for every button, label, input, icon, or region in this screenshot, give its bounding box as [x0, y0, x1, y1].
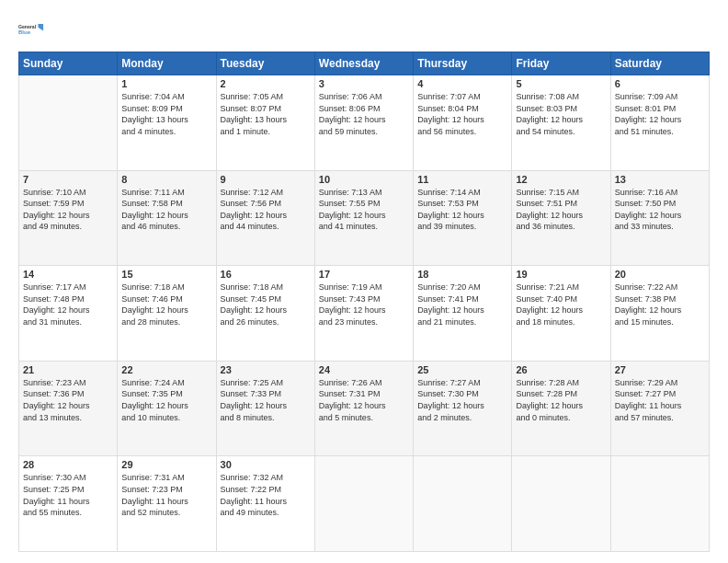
calendar-cell: 5Sunrise: 7:08 AM Sunset: 8:03 PM Daylig…: [512, 75, 610, 171]
calendar-cell: [414, 456, 512, 552]
day-info: Sunrise: 7:25 AM Sunset: 7:33 PM Dayligh…: [221, 377, 311, 423]
day-number: 22: [121, 364, 211, 375]
day-number: 21: [23, 364, 113, 375]
calendar-cell: [610, 456, 709, 552]
day-number: 29: [121, 459, 211, 470]
calendar-cell: [19, 75, 118, 171]
calendar-cell: 20Sunrise: 7:22 AM Sunset: 7:38 PM Dayli…: [610, 266, 709, 362]
calendar-cell: 6Sunrise: 7:09 AM Sunset: 8:01 PM Daylig…: [610, 75, 709, 171]
day-number: 8: [121, 174, 211, 185]
day-info: Sunrise: 7:13 AM Sunset: 7:55 PM Dayligh…: [319, 187, 409, 233]
logo-icon: GeneralBlue: [18, 17, 44, 42]
calendar-cell: 28Sunrise: 7:30 AM Sunset: 7:25 PM Dayli…: [19, 456, 118, 552]
day-number: 12: [516, 174, 606, 185]
week-row-3: 14Sunrise: 7:17 AM Sunset: 7:48 PM Dayli…: [19, 266, 710, 362]
day-number: 23: [221, 364, 311, 375]
weekday-header-monday: Monday: [118, 52, 216, 75]
day-info: Sunrise: 7:10 AM Sunset: 7:59 PM Dayligh…: [23, 187, 113, 233]
day-number: 5: [516, 78, 606, 89]
logo: GeneralBlue: [18, 17, 44, 42]
calendar-cell: 9Sunrise: 7:12 AM Sunset: 7:56 PM Daylig…: [216, 170, 314, 266]
day-info: Sunrise: 7:20 AM Sunset: 7:41 PM Dayligh…: [417, 282, 507, 327]
day-number: 4: [417, 78, 507, 89]
day-number: 25: [417, 364, 507, 375]
svg-marker-2: [38, 24, 43, 30]
day-number: 7: [23, 174, 113, 185]
weekday-header-saturday: Saturday: [610, 52, 709, 75]
day-info: Sunrise: 7:28 AM Sunset: 7:28 PM Dayligh…: [516, 377, 606, 423]
day-info: Sunrise: 7:12 AM Sunset: 7:56 PM Dayligh…: [221, 187, 311, 233]
day-number: 3: [319, 78, 409, 89]
calendar-cell: 29Sunrise: 7:31 AM Sunset: 7:23 PM Dayli…: [118, 456, 216, 552]
weekday-header-thursday: Thursday: [414, 52, 512, 75]
day-number: 16: [221, 269, 311, 280]
day-info: Sunrise: 7:19 AM Sunset: 7:43 PM Dayligh…: [319, 282, 409, 327]
calendar-cell: [512, 456, 610, 552]
day-number: 9: [221, 174, 311, 185]
day-info: Sunrise: 7:18 AM Sunset: 7:46 PM Dayligh…: [121, 282, 211, 327]
weekday-header-row: SundayMondayTuesdayWednesdayThursdayFrid…: [19, 52, 710, 75]
day-info: Sunrise: 7:11 AM Sunset: 7:58 PM Dayligh…: [121, 187, 211, 233]
calendar-cell: 26Sunrise: 7:28 AM Sunset: 7:28 PM Dayli…: [512, 361, 610, 456]
day-info: Sunrise: 7:09 AM Sunset: 8:01 PM Dayligh…: [615, 91, 705, 137]
day-number: 6: [615, 78, 705, 89]
day-number: 10: [319, 174, 409, 185]
calendar-cell: 13Sunrise: 7:16 AM Sunset: 7:50 PM Dayli…: [610, 170, 709, 266]
calendar-cell: 2Sunrise: 7:05 AM Sunset: 8:07 PM Daylig…: [216, 75, 314, 171]
calendar-cell: 11Sunrise: 7:14 AM Sunset: 7:53 PM Dayli…: [414, 170, 512, 266]
day-number: 18: [417, 269, 507, 280]
day-number: 11: [417, 174, 507, 185]
week-row-4: 21Sunrise: 7:23 AM Sunset: 7:36 PM Dayli…: [19, 361, 710, 456]
day-info: Sunrise: 7:24 AM Sunset: 7:35 PM Dayligh…: [121, 377, 211, 423]
day-info: Sunrise: 7:27 AM Sunset: 7:30 PM Dayligh…: [417, 377, 507, 423]
calendar-cell: 24Sunrise: 7:26 AM Sunset: 7:31 PM Dayli…: [314, 361, 413, 456]
calendar-cell: 16Sunrise: 7:18 AM Sunset: 7:45 PM Dayli…: [216, 266, 314, 362]
svg-text:Blue: Blue: [18, 29, 31, 35]
day-info: Sunrise: 7:04 AM Sunset: 8:09 PM Dayligh…: [121, 91, 211, 137]
week-row-5: 28Sunrise: 7:30 AM Sunset: 7:25 PM Dayli…: [19, 456, 710, 552]
calendar-cell: 12Sunrise: 7:15 AM Sunset: 7:51 PM Dayli…: [512, 170, 610, 266]
weekday-header-sunday: Sunday: [19, 52, 118, 75]
day-info: Sunrise: 7:31 AM Sunset: 7:23 PM Dayligh…: [121, 472, 211, 518]
day-number: 17: [319, 269, 409, 280]
calendar-cell: 7Sunrise: 7:10 AM Sunset: 7:59 PM Daylig…: [19, 170, 118, 266]
calendar-cell: 4Sunrise: 7:07 AM Sunset: 8:04 PM Daylig…: [414, 75, 512, 171]
calendar-cell: 27Sunrise: 7:29 AM Sunset: 7:27 PM Dayli…: [610, 361, 709, 456]
day-number: 30: [221, 459, 311, 470]
calendar-cell: 19Sunrise: 7:21 AM Sunset: 7:40 PM Dayli…: [512, 266, 610, 362]
day-number: 2: [221, 78, 311, 89]
calendar-cell: 1Sunrise: 7:04 AM Sunset: 8:09 PM Daylig…: [118, 75, 216, 171]
week-row-1: 1Sunrise: 7:04 AM Sunset: 8:09 PM Daylig…: [19, 75, 710, 171]
svg-text:General: General: [18, 24, 37, 29]
calendar-cell: [314, 456, 413, 552]
calendar-cell: 10Sunrise: 7:13 AM Sunset: 7:55 PM Dayli…: [314, 170, 413, 266]
day-info: Sunrise: 7:17 AM Sunset: 7:48 PM Dayligh…: [23, 282, 113, 327]
calendar-cell: 8Sunrise: 7:11 AM Sunset: 7:58 PM Daylig…: [118, 170, 216, 266]
week-row-2: 7Sunrise: 7:10 AM Sunset: 7:59 PM Daylig…: [19, 170, 710, 266]
day-number: 26: [516, 364, 606, 375]
day-info: Sunrise: 7:32 AM Sunset: 7:22 PM Dayligh…: [221, 472, 311, 518]
day-info: Sunrise: 7:07 AM Sunset: 8:04 PM Dayligh…: [417, 91, 507, 137]
calendar-cell: 18Sunrise: 7:20 AM Sunset: 7:41 PM Dayli…: [414, 266, 512, 362]
day-number: 13: [615, 174, 705, 185]
day-info: Sunrise: 7:26 AM Sunset: 7:31 PM Dayligh…: [319, 377, 409, 423]
calendar-cell: 14Sunrise: 7:17 AM Sunset: 7:48 PM Dayli…: [19, 266, 118, 362]
calendar-cell: 23Sunrise: 7:25 AM Sunset: 7:33 PM Dayli…: [216, 361, 314, 456]
day-number: 15: [121, 269, 211, 280]
day-info: Sunrise: 7:06 AM Sunset: 8:06 PM Dayligh…: [319, 91, 409, 137]
day-number: 27: [615, 364, 705, 375]
day-info: Sunrise: 7:16 AM Sunset: 7:50 PM Dayligh…: [615, 187, 705, 233]
calendar-cell: 21Sunrise: 7:23 AM Sunset: 7:36 PM Dayli…: [19, 361, 118, 456]
day-number: 1: [121, 78, 211, 89]
day-number: 28: [23, 459, 113, 470]
day-number: 24: [319, 364, 409, 375]
calendar-cell: 15Sunrise: 7:18 AM Sunset: 7:46 PM Dayli…: [118, 266, 216, 362]
day-info: Sunrise: 7:29 AM Sunset: 7:27 PM Dayligh…: [615, 377, 705, 423]
header: GeneralBlue: [18, 17, 710, 42]
weekday-header-tuesday: Tuesday: [216, 52, 314, 75]
day-info: Sunrise: 7:14 AM Sunset: 7:53 PM Dayligh…: [417, 187, 507, 233]
calendar-cell: 25Sunrise: 7:27 AM Sunset: 7:30 PM Dayli…: [414, 361, 512, 456]
weekday-header-friday: Friday: [512, 52, 610, 75]
day-number: 19: [516, 269, 606, 280]
day-info: Sunrise: 7:15 AM Sunset: 7:51 PM Dayligh…: [516, 187, 606, 233]
